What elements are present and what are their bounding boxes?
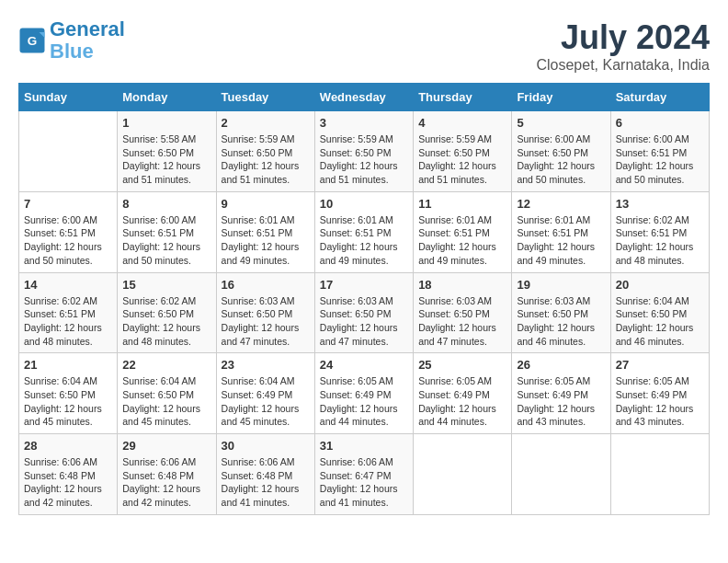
day-number: 1 — [122, 116, 210, 130]
day-number: 29 — [122, 439, 210, 453]
day-info: Sunrise: 6:06 AM Sunset: 6:47 PM Dayligh… — [320, 455, 408, 510]
day-number: 8 — [122, 197, 210, 211]
day-number: 20 — [616, 278, 704, 292]
day-number: 16 — [222, 278, 310, 292]
calendar-cell: 10Sunrise: 6:01 AM Sunset: 6:51 PM Dayli… — [314, 191, 413, 272]
day-info: Sunrise: 6:05 AM Sunset: 6:49 PM Dayligh… — [616, 374, 704, 429]
calendar-cell: 31Sunrise: 6:06 AM Sunset: 6:47 PM Dayli… — [314, 434, 413, 515]
day-number: 28 — [24, 439, 112, 453]
calendar-cell: 7Sunrise: 6:00 AM Sunset: 6:51 PM Daylig… — [19, 191, 118, 272]
day-number: 9 — [222, 197, 310, 211]
weekday-header: Sunday — [19, 84, 118, 111]
day-number: 31 — [320, 439, 408, 453]
day-number: 7 — [24, 197, 112, 211]
day-number: 15 — [122, 278, 210, 292]
header-row: SundayMondayTuesdayWednesdayThursdayFrid… — [19, 84, 710, 111]
day-number: 10 — [320, 197, 408, 211]
calendar-cell: 9Sunrise: 6:01 AM Sunset: 6:51 PM Daylig… — [216, 191, 314, 272]
day-number: 14 — [24, 278, 112, 292]
calendar-cell: 5Sunrise: 6:00 AM Sunset: 6:50 PM Daylig… — [512, 111, 610, 192]
calendar-cell: 24Sunrise: 6:05 AM Sunset: 6:49 PM Dayli… — [314, 353, 413, 434]
calendar-week-row: 1Sunrise: 5:58 AM Sunset: 6:50 PM Daylig… — [19, 111, 710, 192]
day-info: Sunrise: 6:00 AM Sunset: 6:51 PM Dayligh… — [616, 132, 704, 187]
day-info: Sunrise: 6:05 AM Sunset: 6:49 PM Dayligh… — [517, 374, 605, 429]
calendar-cell: 3Sunrise: 5:59 AM Sunset: 6:50 PM Daylig… — [314, 111, 413, 192]
calendar-cell: 17Sunrise: 6:03 AM Sunset: 6:50 PM Dayli… — [314, 272, 413, 353]
day-number: 17 — [320, 278, 408, 292]
calendar-cell: 29Sunrise: 6:06 AM Sunset: 6:48 PM Dayli… — [118, 434, 216, 515]
logo: G GeneralBlue — [18, 18, 125, 63]
calendar-cell: 28Sunrise: 6:06 AM Sunset: 6:48 PM Dayli… — [19, 434, 118, 515]
day-number: 22 — [122, 358, 210, 372]
calendar-cell: 21Sunrise: 6:04 AM Sunset: 6:50 PM Dayli… — [19, 353, 118, 434]
day-info: Sunrise: 6:04 AM Sunset: 6:50 PM Dayligh… — [616, 294, 704, 349]
calendar-cell: 27Sunrise: 6:05 AM Sunset: 6:49 PM Dayli… — [610, 353, 709, 434]
calendar-week-row: 21Sunrise: 6:04 AM Sunset: 6:50 PM Dayli… — [19, 353, 710, 434]
day-number: 12 — [517, 197, 605, 211]
calendar-cell: 1Sunrise: 5:58 AM Sunset: 6:50 PM Daylig… — [118, 111, 216, 192]
day-info: Sunrise: 6:05 AM Sunset: 6:49 PM Dayligh… — [418, 374, 506, 429]
day-info: Sunrise: 6:01 AM Sunset: 6:51 PM Dayligh… — [320, 213, 408, 268]
calendar-cell: 14Sunrise: 6:02 AM Sunset: 6:51 PM Dayli… — [19, 272, 118, 353]
day-info: Sunrise: 5:59 AM Sunset: 6:50 PM Dayligh… — [418, 132, 506, 187]
day-info: Sunrise: 6:00 AM Sunset: 6:51 PM Dayligh… — [24, 213, 112, 268]
calendar-cell — [512, 434, 610, 515]
weekday-header: Wednesday — [314, 84, 413, 111]
day-info: Sunrise: 6:01 AM Sunset: 6:51 PM Dayligh… — [222, 213, 310, 268]
calendar-header: SundayMondayTuesdayWednesdayThursdayFrid… — [19, 84, 710, 111]
weekday-header: Monday — [118, 84, 216, 111]
day-info: Sunrise: 6:04 AM Sunset: 6:50 PM Dayligh… — [24, 374, 112, 429]
calendar-cell: 6Sunrise: 6:00 AM Sunset: 6:51 PM Daylig… — [610, 111, 709, 192]
calendar-week-row: 14Sunrise: 6:02 AM Sunset: 6:51 PM Dayli… — [19, 272, 710, 353]
day-info: Sunrise: 6:03 AM Sunset: 6:50 PM Dayligh… — [517, 294, 605, 349]
day-info: Sunrise: 6:06 AM Sunset: 6:48 PM Dayligh… — [122, 455, 210, 510]
page-header: G GeneralBlue July 2024 Closepet, Karnat… — [18, 18, 710, 74]
day-info: Sunrise: 6:02 AM Sunset: 6:50 PM Dayligh… — [122, 294, 210, 349]
weekday-header: Thursday — [414, 84, 512, 111]
day-info: Sunrise: 6:01 AM Sunset: 6:51 PM Dayligh… — [418, 213, 506, 268]
calendar-cell: 23Sunrise: 6:04 AM Sunset: 6:49 PM Dayli… — [216, 353, 314, 434]
calendar-cell — [19, 111, 118, 192]
day-info: Sunrise: 6:04 AM Sunset: 6:50 PM Dayligh… — [122, 374, 210, 429]
calendar-cell: 25Sunrise: 6:05 AM Sunset: 6:49 PM Dayli… — [414, 353, 512, 434]
day-number: 19 — [517, 278, 605, 292]
calendar-body: 1Sunrise: 5:58 AM Sunset: 6:50 PM Daylig… — [19, 111, 710, 515]
calendar-cell: 20Sunrise: 6:04 AM Sunset: 6:50 PM Dayli… — [610, 272, 709, 353]
day-number: 4 — [418, 116, 506, 130]
day-number: 30 — [222, 439, 310, 453]
calendar-cell: 12Sunrise: 6:01 AM Sunset: 6:51 PM Dayli… — [512, 191, 610, 272]
calendar-week-row: 7Sunrise: 6:00 AM Sunset: 6:51 PM Daylig… — [19, 191, 710, 272]
logo-icon: G — [18, 27, 46, 54]
day-info: Sunrise: 6:05 AM Sunset: 6:49 PM Dayligh… — [320, 374, 408, 429]
day-info: Sunrise: 5:59 AM Sunset: 6:50 PM Dayligh… — [320, 132, 408, 187]
calendar-cell: 26Sunrise: 6:05 AM Sunset: 6:49 PM Dayli… — [512, 353, 610, 434]
weekday-header: Saturday — [610, 84, 709, 111]
day-number: 23 — [222, 358, 310, 372]
calendar-cell: 11Sunrise: 6:01 AM Sunset: 6:51 PM Dayli… — [414, 191, 512, 272]
day-info: Sunrise: 6:03 AM Sunset: 6:50 PM Dayligh… — [222, 294, 310, 349]
calendar-cell: 2Sunrise: 5:59 AM Sunset: 6:50 PM Daylig… — [216, 111, 314, 192]
day-info: Sunrise: 6:02 AM Sunset: 6:51 PM Dayligh… — [616, 213, 704, 268]
title-area: July 2024 Closepet, Karnataka, India — [536, 18, 710, 74]
day-number: 25 — [418, 358, 506, 372]
main-title: July 2024 — [536, 18, 710, 57]
day-number: 21 — [24, 358, 112, 372]
calendar-cell: 16Sunrise: 6:03 AM Sunset: 6:50 PM Dayli… — [216, 272, 314, 353]
calendar-cell: 4Sunrise: 5:59 AM Sunset: 6:50 PM Daylig… — [414, 111, 512, 192]
calendar-cell: 15Sunrise: 6:02 AM Sunset: 6:50 PM Dayli… — [118, 272, 216, 353]
day-info: Sunrise: 6:03 AM Sunset: 6:50 PM Dayligh… — [320, 294, 408, 349]
day-info: Sunrise: 5:59 AM Sunset: 6:50 PM Dayligh… — [222, 132, 310, 187]
day-info: Sunrise: 6:04 AM Sunset: 6:49 PM Dayligh… — [222, 374, 310, 429]
day-number: 2 — [222, 116, 310, 130]
day-number: 26 — [517, 358, 605, 372]
weekday-header: Friday — [512, 84, 610, 111]
day-info: Sunrise: 6:01 AM Sunset: 6:51 PM Dayligh… — [517, 213, 605, 268]
day-info: Sunrise: 6:06 AM Sunset: 6:48 PM Dayligh… — [222, 455, 310, 510]
weekday-header: Tuesday — [216, 84, 314, 111]
calendar-week-row: 28Sunrise: 6:06 AM Sunset: 6:48 PM Dayli… — [19, 434, 710, 515]
day-info: Sunrise: 6:00 AM Sunset: 6:51 PM Dayligh… — [122, 213, 210, 268]
calendar-cell: 8Sunrise: 6:00 AM Sunset: 6:51 PM Daylig… — [118, 191, 216, 272]
svg-text:G: G — [28, 34, 38, 48]
day-info: Sunrise: 6:02 AM Sunset: 6:51 PM Dayligh… — [24, 294, 112, 349]
day-info: Sunrise: 6:06 AM Sunset: 6:48 PM Dayligh… — [24, 455, 112, 510]
